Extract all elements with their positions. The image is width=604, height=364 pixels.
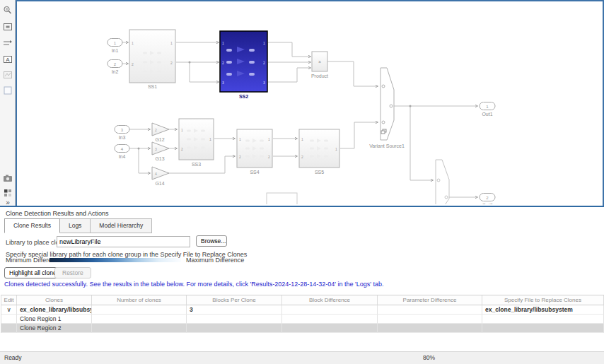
zoom-icon[interactable] (3, 6, 13, 16)
table-cell-blockdiff[interactable] (282, 305, 378, 315)
subsystem-SS3[interactable]: 1 2 1 SS3 (179, 119, 214, 167)
result-message: Clones detected successfully. See the re… (4, 281, 384, 288)
screenshot-icon[interactable] (3, 173, 13, 183)
outport-Out2[interactable]: 2 Out2 (480, 194, 495, 205)
svg-text:1: 1 (170, 41, 173, 45)
model-diagram: 1 In1 2 In2 3 In3 4 In4 1 2 1 2 SS1 1 (17, 1, 603, 204)
block-variant-source1[interactable]: Variant Source1 (369, 68, 405, 148)
table-cell-clones[interactable]: Clone Region 1 (17, 315, 92, 324)
svg-text:2: 2 (132, 62, 134, 66)
inport-In1[interactable]: 1 In1 (108, 39, 122, 54)
block-variant-source2[interactable] (436, 160, 449, 204)
subsystem-SS2-highlighted[interactable]: 1 2 3 1 2 3 SS2 (220, 31, 267, 99)
row-expand-chevron-icon[interactable]: ∨ (1, 305, 17, 315)
difference-gradient-slider[interactable] (50, 258, 181, 262)
svg-text:2: 2 (181, 147, 183, 151)
subsystem-SS5[interactable]: 1 2 1 SS5 (299, 129, 339, 175)
svg-text:1: 1 (335, 147, 337, 151)
svg-text:2: 2 (301, 155, 303, 159)
table-cell-file[interactable]: ex_clone_library/libsubsystem (482, 305, 604, 315)
col-header-paramdiff[interactable]: Parameter Difference (378, 295, 482, 305)
inport-label: In4 (119, 154, 126, 159)
gain-G13[interactable]: 3 G13 (152, 142, 169, 161)
restore-button[interactable]: Restore (54, 267, 91, 278)
status-bar: Ready 80% (0, 351, 604, 364)
table-cell-blocks[interactable] (187, 315, 282, 324)
block-label: G12 (155, 137, 164, 142)
table-cell-blocks[interactable] (187, 324, 282, 333)
annotation-icon[interactable]: A (3, 54, 13, 64)
svg-text:4: 4 (155, 172, 157, 176)
col-header-blockdiff[interactable]: Block Difference (282, 295, 378, 305)
table-cell-paramdiff[interactable] (378, 324, 482, 333)
table-cell-blockdiff[interactable] (282, 315, 378, 324)
table-cell-number[interactable] (92, 315, 187, 324)
curve-icon[interactable] (3, 70, 13, 80)
inport-In4[interactable]: 4 In4 (115, 145, 129, 160)
canvas-toolbar: A » (0, 0, 16, 207)
svg-text:1: 1 (209, 137, 211, 141)
table-cell-clones[interactable]: ex_clone_library/libsubsy... (17, 305, 92, 315)
table-cell-number[interactable] (92, 324, 187, 333)
svg-text:1: 1 (132, 41, 134, 45)
zoom-level: 80% (423, 354, 435, 361)
col-header-clones[interactable]: Clones (17, 295, 92, 305)
gain-G12[interactable]: 2 G12 (152, 123, 169, 142)
col-header-blocks[interactable]: Blocks Per Clone (187, 295, 282, 305)
browse-button[interactable]: Browse... (196, 235, 227, 247)
subsystem-SS4[interactable]: 1 2 1 2 SS4 (237, 129, 272, 175)
library-icon[interactable] (3, 188, 13, 198)
table-cell-file[interactable] (482, 324, 604, 333)
inport-label: In1 (112, 48, 119, 53)
table-cell-paramdiff[interactable] (378, 305, 482, 315)
inport-In3[interactable]: 3 In3 (115, 126, 129, 141)
library-input[interactable] (57, 236, 190, 247)
block-label: SS2 (239, 94, 248, 99)
outport-label: Out1 (482, 112, 492, 117)
signal-arrows-icon[interactable] (3, 38, 13, 48)
table-cell-clones[interactable]: Clone Region 2 (17, 324, 92, 333)
subsystem-SS1[interactable]: 1 2 1 2 SS1 (129, 30, 175, 89)
panel-title: Clone Detection Results and Actions (6, 210, 109, 217)
svg-text:2: 2 (268, 155, 270, 159)
table-cell-number[interactable] (92, 305, 187, 315)
fit-view-icon[interactable] (3, 22, 13, 32)
col-header-number[interactable]: Number of clones (92, 295, 187, 305)
table-cell-edit[interactable] (1, 315, 17, 324)
svg-text:2: 2 (222, 61, 224, 65)
table-cell-blocks[interactable]: 3 (187, 305, 282, 315)
col-header-edit[interactable]: Edit (1, 295, 17, 305)
block-label: Variant Source1 (369, 143, 405, 148)
tab-clone-results[interactable]: Clone Results (4, 218, 60, 233)
block-label: SS1 (148, 84, 157, 89)
inport-In2[interactable]: 2 In2 (108, 60, 122, 75)
partial-block[interactable] (267, 193, 297, 204)
svg-text:2: 2 (239, 155, 241, 159)
block-product[interactable]: × Product (311, 52, 328, 78)
svg-text:2: 2 (155, 128, 157, 132)
max-difference-label: Maximum Difference (186, 257, 244, 264)
block-label: SS3 (192, 162, 201, 167)
outport-Out1[interactable]: 1 Out1 (480, 102, 495, 117)
tab-bar: Clone Results Logs Model Hierarchy (5, 218, 152, 233)
block-label: G14 (155, 181, 164, 186)
table-cell-blockdiff[interactable] (282, 324, 378, 333)
table-cell-paramdiff[interactable] (378, 315, 482, 324)
svg-text:1: 1 (222, 41, 224, 45)
col-header-file[interactable]: Specify File to Replace Clones (482, 295, 604, 305)
block-label: SS5 (315, 170, 324, 175)
table-cell-file[interactable] (482, 315, 604, 324)
gain-G14[interactable]: 4 G14 (152, 167, 169, 186)
table-cell-edit[interactable] (1, 324, 17, 333)
svg-text:2: 2 (263, 61, 265, 65)
tab-logs[interactable]: Logs (59, 218, 91, 233)
model-canvas[interactable]: 1 In1 2 In2 3 In3 4 In4 1 2 1 2 SS1 1 (16, 0, 604, 206)
clone-detection-panel: Clone Detection Results and Actions Clon… (0, 207, 604, 351)
svg-text:3: 3 (155, 147, 157, 151)
svg-text:1: 1 (239, 137, 241, 141)
svg-text:3: 3 (222, 81, 224, 85)
svg-text:3: 3 (263, 81, 265, 85)
block-label: Product (311, 74, 328, 78)
box-icon[interactable] (3, 86, 13, 95)
tab-model-hierarchy[interactable]: Model Hierarchy (90, 218, 152, 233)
